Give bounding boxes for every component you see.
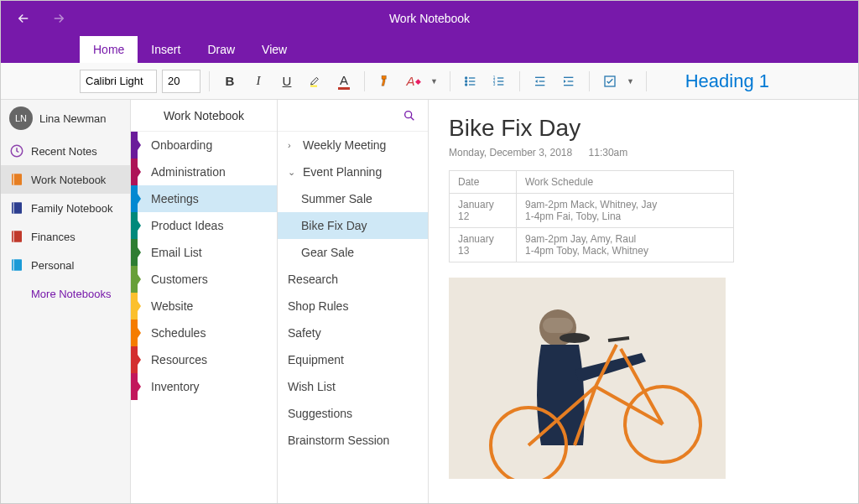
section-item[interactable]: Email List [131, 239, 277, 266]
table-row[interactable]: January 12 9am-2pm Mack, Whitney, Jay1-4… [450, 194, 734, 228]
increase-indent-button[interactable] [557, 70, 580, 93]
page-item[interactable]: Research [278, 266, 428, 293]
sidebar-item-finances[interactable]: Finances [1, 222, 130, 251]
page-label: Safety [288, 326, 321, 340]
sidebar-item-work[interactable]: Work Notebook [1, 165, 130, 194]
back-button[interactable] [16, 11, 31, 26]
page-item[interactable]: Safety [278, 320, 428, 346]
section-color-tab [131, 185, 138, 212]
schedule-table[interactable]: Date Work Schedule January 12 9am-2pm Ma… [449, 170, 734, 262]
page-item[interactable]: Equipment [278, 346, 428, 373]
section-list: Work Notebook OnboardingAdministrationMe… [131, 100, 278, 503]
page-item[interactable]: Bike Fix Day [278, 212, 428, 239]
section-item[interactable]: Resources [131, 346, 277, 373]
page-label: Gear Sale [301, 246, 354, 259]
more-notebooks-link[interactable]: More Notebooks [1, 279, 130, 309]
format-painter-button[interactable] [373, 70, 397, 93]
separator [519, 71, 520, 91]
section-label: Email List [151, 246, 202, 259]
section-item[interactable]: Onboarding [131, 132, 277, 158]
underline-button[interactable]: U [275, 70, 299, 93]
notebook-icon [9, 257, 24, 273]
decrease-indent-button[interactable] [528, 70, 552, 93]
notebook-icon [9, 229, 24, 244]
section-item[interactable]: Customers [131, 266, 277, 293]
page-label: Shop Rules [288, 299, 348, 313]
todo-tag-button[interactable] [598, 70, 622, 93]
page-item[interactable]: Gear Sale [278, 239, 428, 266]
forward-button[interactable] [51, 11, 66, 26]
separator [364, 71, 365, 91]
sidebar-item-family[interactable]: Family Notebook [1, 194, 130, 222]
section-color-tab [131, 293, 138, 320]
page-label: Bike Fix Day [301, 219, 367, 232]
tab-view[interactable]: View [248, 36, 300, 63]
tab-home[interactable]: Home [80, 36, 138, 63]
svg-rect-28 [13, 259, 15, 271]
search-icon[interactable] [403, 109, 416, 122]
chevron-right-icon: › [288, 140, 298, 150]
note-canvas[interactable]: Bike Fix Day Monday, December 3, 2018 11… [429, 100, 858, 503]
note-time: 11:30am [589, 147, 628, 158]
section-label: Schedules [151, 326, 206, 340]
chevron-down-icon: ⌄ [288, 167, 298, 178]
page-item[interactable]: Shop Rules [278, 293, 428, 320]
tab-insert[interactable]: Insert [138, 36, 194, 63]
page-label: Brainstorm Session [288, 434, 389, 447]
page-item[interactable]: ›Weekly Meeting [278, 132, 428, 158]
svg-line-30 [411, 117, 414, 120]
section-item[interactable]: Product Ideas [131, 212, 277, 239]
page-item[interactable]: Wish List [278, 373, 428, 400]
page-label: Suggestions [288, 407, 352, 420]
table-row[interactable]: January 13 9am-2pm Jay, Amy, Raul1-4pm T… [450, 228, 734, 262]
clear-format-button[interactable]: A◆ [402, 70, 425, 93]
bullet-list-button[interactable] [459, 70, 482, 93]
font-color-button[interactable]: A [332, 70, 356, 93]
tab-draw[interactable]: Draw [194, 36, 248, 63]
section-item[interactable]: Schedules [131, 320, 277, 346]
window-title: Work Notebook [389, 12, 470, 25]
window-titlebar: Work Notebook [1, 1, 858, 36]
embedded-image[interactable] [449, 278, 726, 479]
section-label: Customers [151, 273, 208, 286]
section-item[interactable]: Administration [131, 158, 277, 185]
page-item[interactable]: Brainstorm Session [278, 427, 428, 454]
tags-dropdown[interactable]: ▼ [623, 77, 638, 86]
note-title[interactable]: Bike Fix Day [449, 115, 838, 142]
font-name-input[interactable] [80, 70, 157, 93]
format-dropdown[interactable]: ▼ [427, 77, 441, 86]
user-profile[interactable]: LN Lina Newman [1, 100, 130, 137]
page-item[interactable]: Suggestions [278, 400, 428, 427]
highlight-button[interactable] [304, 70, 327, 93]
number-list-button[interactable]: 123 [487, 70, 511, 93]
sidebar-item-recent[interactable]: Recent Notes [1, 137, 130, 165]
bold-button[interactable]: B [218, 70, 242, 93]
separator [209, 71, 210, 91]
page-item[interactable]: ⌄Event Planning [278, 158, 428, 185]
section-label: Onboarding [151, 138, 212, 152]
section-label: Website [151, 299, 193, 313]
separator [450, 71, 450, 91]
section-color-tab [131, 132, 138, 158]
section-item[interactable]: Inventory [131, 373, 277, 400]
sidebar-item-label: Finances [31, 231, 75, 243]
ribbon-tab-bar: Home Insert Draw View [1, 36, 858, 63]
font-size-input[interactable] [162, 70, 200, 93]
home-toolbar: B I U A A◆ ▼ 123 ▼ Heading 1 [1, 63, 858, 100]
section-color-tab [131, 212, 138, 239]
svg-text:3: 3 [493, 82, 496, 86]
section-item[interactable]: Website [131, 293, 277, 320]
sidebar-item-label: Family Notebook [31, 202, 113, 215]
sidebar-item-personal[interactable]: Personal [1, 251, 130, 279]
heading-style-button[interactable]: Heading 1 [675, 67, 779, 96]
section-label: Meetings [151, 192, 199, 205]
italic-button[interactable]: I [247, 70, 270, 93]
section-item[interactable]: Meetings [131, 185, 277, 212]
section-label: Inventory [151, 380, 200, 393]
section-header: Work Notebook [131, 100, 277, 132]
page-label: Summer Sale [301, 192, 372, 205]
page-item[interactable]: Summer Sale [278, 185, 428, 212]
section-color-tab [131, 158, 138, 185]
section-color-tab [131, 320, 138, 346]
sidebar-item-label: Personal [31, 259, 74, 272]
